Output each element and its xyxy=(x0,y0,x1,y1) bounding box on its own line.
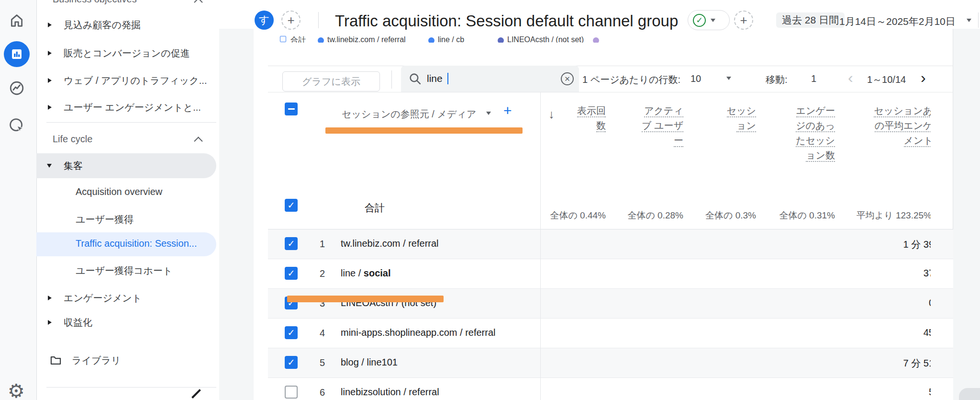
row-dimension-value: linebizsolution / referral xyxy=(341,387,439,398)
sidebar-item-library[interactable]: ライブラリ xyxy=(72,354,121,367)
legend-dot xyxy=(428,37,434,43)
expand-arrow-icon[interactable] xyxy=(48,296,52,300)
clear-search-icon[interactable]: ✕ xyxy=(561,72,574,85)
dimension-dropdown-icon[interactable] xyxy=(486,112,491,115)
rows-per-page-label: 1 ページあたりの行数: xyxy=(582,73,680,86)
legend-label: tw.linebiz.com / referral xyxy=(327,35,406,43)
row-rank: 2 xyxy=(320,268,325,279)
totals-legend-icon xyxy=(280,36,286,42)
settings-gear-icon[interactable]: ⚙ xyxy=(8,381,25,400)
legend-total-label: 合計 xyxy=(290,35,306,43)
section-title-life-cycle: Life cycle xyxy=(53,134,92,145)
add-button[interactable]: + xyxy=(734,11,753,30)
section-title-business-objectives: Business objectives xyxy=(53,0,137,5)
totals-percent: 全体の 0.31% xyxy=(744,209,835,222)
sidebar-item-web-app-traffic[interactable]: ウェブ / アプリのトラフィック... xyxy=(64,74,207,87)
nav-drawer xyxy=(37,0,219,400)
expand-arrow-icon[interactable] xyxy=(48,105,52,110)
card-top-border xyxy=(268,66,953,66)
totals-checkbox[interactable]: ✓ xyxy=(285,199,298,212)
row-dimension-value: mini-apps.shoplineapp.com / referral xyxy=(341,327,496,338)
show-in-chart-button[interactable]: グラフに表示 xyxy=(282,71,380,91)
goto-page-value[interactable]: 1 xyxy=(811,73,816,84)
advertising-icon[interactable] xyxy=(9,117,25,136)
dimension-header[interactable]: セッションの参照元 / メディア xyxy=(342,108,476,121)
sidebar-item-acquisition-overview[interactable]: Acquisition overview xyxy=(76,186,162,197)
row-metric-value: 37 xyxy=(838,268,931,279)
reports-icon[interactable] xyxy=(4,41,30,67)
sidebar-item-traffic-acquisition-label: Traffic acquisition: Session... xyxy=(76,238,197,249)
date-preset-chip[interactable]: 過去 28 日間 xyxy=(776,12,845,28)
chevron-down-icon xyxy=(711,19,715,22)
select-all-checkbox[interactable] xyxy=(285,103,298,115)
annotation-highlight-bar xyxy=(325,127,523,134)
sidebar-item-user-engagement[interactable]: ユーザー エンゲージメントと... xyxy=(64,101,201,114)
column-header-views[interactable]: 表示回 数 xyxy=(541,103,606,133)
column-header-engaged-sessions[interactable]: エンゲー ジのあっ たセッシ ョン数 xyxy=(758,103,835,163)
table-search-input[interactable]: line ✕ xyxy=(401,66,579,92)
next-page-icon[interactable]: › xyxy=(921,70,926,85)
expand-arrow-icon[interactable] xyxy=(48,78,52,83)
sidebar-item-user-acquisition[interactable]: ユーザー獲得 xyxy=(76,213,134,226)
page-gutter xyxy=(953,29,980,400)
row-rank: 6 xyxy=(320,387,325,398)
row-rank: 5 xyxy=(320,357,325,368)
column-header-active-users[interactable]: アクティ ブ ユーザ ー xyxy=(607,103,683,148)
row-checkbox[interactable]: ✓ xyxy=(285,267,298,280)
collapse-arrow-icon[interactable] xyxy=(47,164,52,168)
sidebar-divider xyxy=(46,122,216,123)
totals-percent: 平均より 123.25% xyxy=(826,209,931,222)
folder-icon xyxy=(49,354,62,369)
goto-page-label: 移動: xyxy=(766,73,788,86)
row-rank: 1 xyxy=(320,239,325,250)
home-icon[interactable] xyxy=(9,12,25,31)
rows-per-page-dropdown-icon[interactable] xyxy=(726,77,731,80)
add-comparison-button[interactable]: + xyxy=(281,11,301,30)
sidebar-item-prospecting[interactable]: 見込み顧客の発掘 xyxy=(64,19,141,32)
column-header-avg-engagement-time[interactable]: セッションあたり の平均エンゲージ メント時間 xyxy=(857,103,931,148)
row-metric-value: 7 分 51 xyxy=(838,357,931,370)
expand-arrow-icon[interactable] xyxy=(48,23,52,27)
row-checkbox[interactable]: ✓ xyxy=(285,237,298,250)
explore-icon[interactable] xyxy=(9,80,25,98)
totals-label: 合計 xyxy=(365,201,385,215)
indeterminate-mark xyxy=(288,108,295,110)
row-metric-value: 45 xyxy=(838,327,931,338)
row-metric-value: 1 分 39 xyxy=(838,238,931,251)
add-dimension-button[interactable]: + xyxy=(503,103,512,118)
date-range[interactable]: 1月14日～2025年2月10日 xyxy=(839,15,956,28)
sidebar-item-monetization[interactable]: 収益化 xyxy=(64,316,92,329)
sidebar-item-engagement[interactable]: エンゲージメント xyxy=(64,292,142,305)
prev-page-icon[interactable]: ‹ xyxy=(848,70,853,85)
appbar-divider xyxy=(978,12,979,28)
avatar[interactable]: す xyxy=(255,11,274,30)
expand-arrow-icon[interactable] xyxy=(48,320,52,325)
scroll-corner xyxy=(959,388,980,400)
row-dimension-value: line / social xyxy=(341,268,391,279)
page-range: 1～10/14 xyxy=(867,73,906,86)
sidebar-divider xyxy=(46,387,216,388)
sidebar-item-sales-conversion[interactable]: 販売とコンバージョンの促進 xyxy=(64,47,190,60)
appbar-divider xyxy=(318,12,319,28)
sidebar-item-acquisition-label: 集客 xyxy=(64,160,83,172)
metrics-area: ↓ 表示回 数 アクティ ブ ユーザ ー セッシ ョン エンゲー ジのあっ たセ… xyxy=(541,92,931,400)
row-dimension-value: tw.linebiz.com / referral xyxy=(341,238,439,249)
row-checkbox[interactable]: ✓ xyxy=(285,356,298,369)
legend-dot xyxy=(318,37,324,43)
page-title: Traffic acquisition: Session default cha… xyxy=(335,12,678,30)
row-checkbox[interactable]: ✓ xyxy=(285,326,298,339)
annotation-highlight-bar xyxy=(287,296,444,302)
row-checkbox[interactable] xyxy=(285,386,298,399)
column-header-sessions[interactable]: セッシ ョン xyxy=(679,103,756,133)
check-circle-icon: ✓ xyxy=(693,14,706,27)
rows-per-page-value[interactable]: 10 xyxy=(690,73,701,84)
sidebar-item-user-acquisition-cohort[interactable]: ユーザー獲得コホート xyxy=(76,264,172,277)
date-dropdown-icon[interactable] xyxy=(967,19,971,22)
row-metric-value: 5 xyxy=(838,387,931,398)
ga4-app: ⚙ Business objectives 見込み顧客の発掘 販売とコンバージョ… xyxy=(0,0,980,400)
report-status-button[interactable]: ✓ xyxy=(688,10,730,30)
expand-arrow-icon[interactable] xyxy=(48,51,52,56)
legend-dot xyxy=(498,37,504,43)
totals-percent: 全体の 0.3% xyxy=(665,209,756,222)
text-cursor xyxy=(447,73,448,84)
